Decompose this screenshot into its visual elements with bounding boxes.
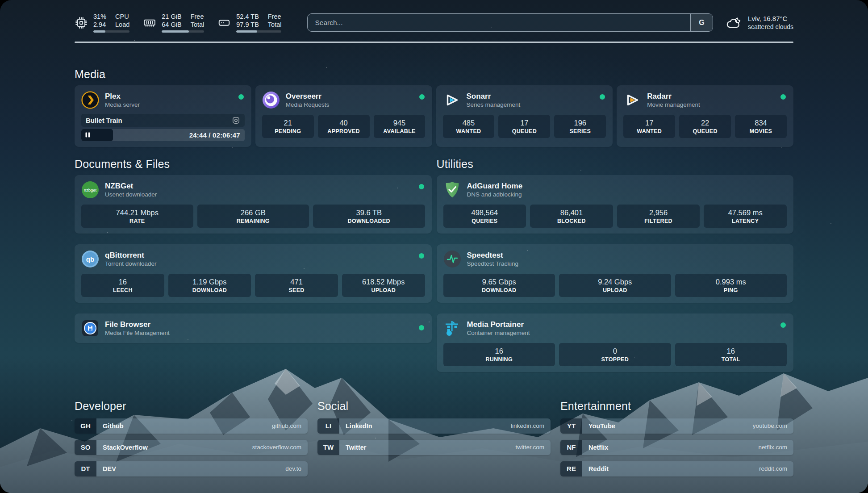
service-subtitle: Media File Management [105,329,170,337]
bookmark-twitter[interactable]: TW Twittertwitter.com [317,440,551,455]
stat-label: WANTED [445,128,493,135]
service-card-qbittorrent[interactable]: qb qBittorrent Torrent downloader 16 [75,244,432,303]
stat-value: 9.24 Gbps [561,277,669,287]
stat-label: UPLOAD [344,287,423,294]
stat-value: 485 [445,118,493,128]
stat-value: 618.52 Mbps [344,277,423,287]
bookmark-name: Reddit [588,465,759,472]
stat-box: 471 SEED [255,274,338,297]
service-card-filebrowser[interactable]: File Browser Media File Management [75,313,432,343]
memory-progress-bar [162,30,204,33]
service-name: File Browser [105,320,170,329]
disk-total-value: 97.9 TB [236,21,259,29]
now-playing-title: Bullet Train [86,117,232,124]
stat-value: 0.993 ms [677,277,785,287]
service-card-portainer[interactable]: Media Portainer Container management 16 … [437,313,794,372]
service-name: NZBGet [105,181,157,191]
service-card-nzbget[interactable]: nzbget NZBGet Usenet downloader 744.21 M… [75,175,432,234]
bookmark-github[interactable]: GH Githubgithub.com [75,418,308,434]
stat-label: MOVIES [737,128,785,135]
stat-box: 0.993 ms PING [675,274,787,297]
service-name: Media Portainer [467,320,530,329]
bookmark-name: StackOverflow [103,444,252,451]
stat-label: LEECH [83,287,163,294]
cpu-icon [75,16,88,29]
status-dot [419,184,424,189]
service-card-overseerr[interactable]: Overseerr Media Requests 21 PENDING 40 A… [255,85,432,147]
service-subtitle: Speedtest Tracking [467,260,519,267]
stat-value: 86,401 [532,208,611,217]
radarr-icon [623,91,641,109]
portainer-icon [443,319,461,337]
stat-box: 16 TOTAL [675,343,787,366]
stat-box: 618.52 Mbps UPLOAD [342,274,425,297]
pause-icon[interactable] [85,132,90,138]
service-name: AdGuard Home [467,181,523,191]
sonarr-icon [443,91,461,109]
bookmark-group-developer: Developer GH Githubgithub.com SO StackOv… [75,400,308,476]
service-name: Sonarr [467,92,521,101]
stat-label: RATE [83,217,192,225]
search-provider-button[interactable]: G [690,14,713,31]
stat-box: 834 MOVIES [735,115,787,138]
stat-label: QUEUED [681,128,729,135]
now-playing-row: Bullet Train [81,114,245,127]
service-card-plex[interactable]: Plex Media server Bullet Train [75,85,251,147]
stat-value: 744.21 Mbps [83,208,192,217]
service-name: Radarr [647,92,700,101]
bookmark-dev[interactable]: DT DEVdev.to [75,461,308,476]
service-name: Plex [105,92,140,101]
section-media: Media Plex Media server [75,68,793,147]
stat-box: 485 WANTED [443,115,495,138]
bookmark-url: netflix.com [758,444,787,451]
search-input[interactable] [308,14,690,31]
social-group-title: Social [317,400,551,413]
service-card-radarr[interactable]: Radarr Movie management 17 WANTED 22 QUE… [617,85,793,147]
bookmark-netflix[interactable]: NF Netflixnetflix.com [560,440,793,455]
bookmark-youtube[interactable]: YT YouTubeyoutube.com [560,418,793,434]
stat-value: 196 [556,118,604,128]
stat-box: 498,564 QUERIES [443,205,526,228]
stat-value: 1.19 Gbps [170,277,250,287]
status-dot [419,94,425,100]
view-media-icon[interactable] [232,116,240,125]
bookmark-abbr: GH [75,418,96,434]
playback-progress-bar: 24:44 / 02:06:47 [81,129,245,141]
filebrowser-icon [81,319,99,337]
bookmark-group-social: Social LI LinkedInlinkedin.com TW Twitte… [317,400,551,476]
disk-free-value: 52.4 TB [236,13,259,21]
header-divider [75,42,793,43]
weather-condition: scattered clouds [748,23,793,31]
qbittorrent-icon: qb [81,250,99,268]
bookmark-url: twitter.com [515,444,544,451]
stat-label: SEED [257,287,336,294]
bookmark-stackoverflow[interactable]: SO StackOverflowstackoverflow.com [75,440,308,455]
stat-label: BLOCKED [532,217,611,225]
stat-box: 47.569 ms LATENCY [704,205,787,228]
stat-box: 16 RUNNING [443,343,555,366]
bookmark-linkedin[interactable]: LI LinkedInlinkedin.com [317,418,551,434]
service-card-adguard[interactable]: AdGuard Home DNS and adblocking 498,564 … [437,175,794,234]
service-card-sonarr[interactable]: Sonarr Series management 485 WANTED 17 Q… [436,85,613,147]
stat-value: 16 [677,347,785,356]
status-dot [419,325,424,330]
bookmark-url: stackoverflow.com [252,444,301,451]
stat-value: 945 [376,118,424,128]
bookmark-reddit[interactable]: RE Redditreddit.com [560,461,793,476]
bookmark-abbr: RE [560,461,582,476]
stat-value: 2,956 [619,208,698,217]
entertainment-group-title: Entertainment [560,400,793,413]
bookmark-url: youtube.com [753,422,787,429]
bookmark-abbr: SO [75,440,96,455]
bookmark-name: Github [103,422,272,430]
bookmark-name: DEV [103,465,285,472]
adguard-icon [443,181,461,199]
developer-group-title: Developer [75,400,308,413]
service-card-speedtest[interactable]: Speedtest Speedtest Tracking 9.65 Gbps D… [437,244,794,303]
stat-value: 40 [320,118,368,128]
stat-box: 196 SERIES [554,115,606,138]
svg-text:nzbget: nzbget [84,187,97,192]
memory-progress-fill [162,30,189,33]
stat-box: 16 LEECH [81,274,164,297]
stat-label: FILTERED [619,217,698,225]
